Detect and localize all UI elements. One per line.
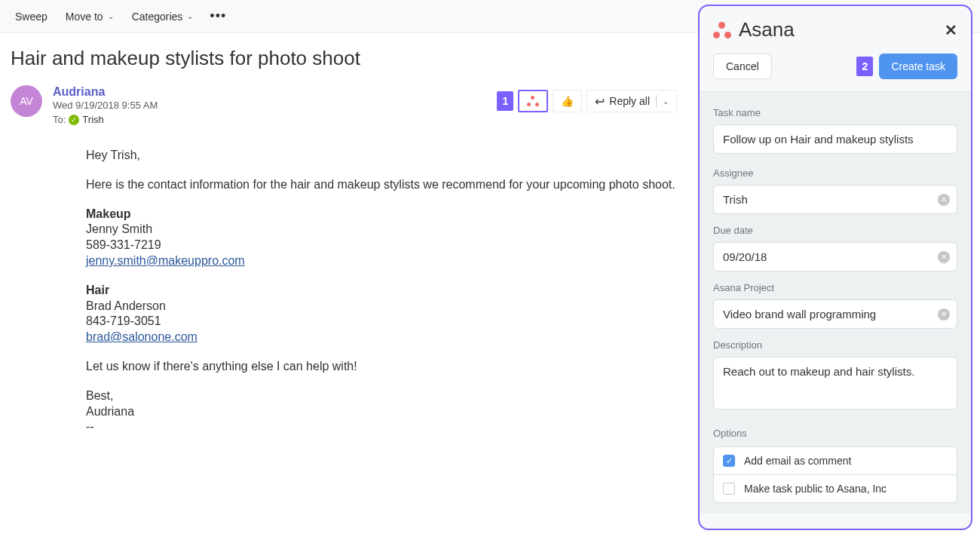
option-add-email-label: Add email as comment [744,455,851,467]
avatar[interactable]: AV [11,85,42,117]
signoff: Best, [86,389,113,402]
more-actions-button[interactable]: ••• [204,5,232,27]
email-body: Hey Trish, Here is the contact informati… [86,148,677,435]
asana-panel: Asana ✕ Cancel 2 Create task Task name A… [698,5,972,530]
asana-logo-icon [713,22,731,38]
makeup-phone: 589-331-7219 [86,238,161,251]
hair-heading: Hair [86,284,109,296]
makeup-heading: Makeup [86,207,131,220]
clear-project-icon[interactable]: ✕ [938,308,950,321]
email-header: AV Audriana Wed 9/19/2018 9:55 AM To: ✓ … [11,85,677,125]
asana-actions-row: Cancel 2 Create task [700,49,971,91]
checkbox-unchecked-icon[interactable] [723,483,735,495]
due-date-label: Due date [713,225,957,236]
clear-assignee-icon[interactable]: ✕ [938,194,950,206]
thumbs-up-icon: 👍 [561,95,574,107]
categories-button[interactable]: Categories ⌄ [124,6,201,27]
chevron-down-icon: ⌄ [108,12,114,20]
option-add-email-row[interactable]: ✓ Add email as comment [713,446,957,474]
asana-title: Asana [739,18,937,41]
moveto-button[interactable]: Move to ⌄ [58,6,121,27]
description-input[interactable] [713,357,957,409]
callout-badge-2: 2 [856,57,873,76]
cancel-button[interactable]: Cancel [713,54,772,79]
hair-phone: 843-719-3051 [86,314,161,327]
recipients-line: To: ✓ Trish [53,114,677,125]
asana-addin-button[interactable] [518,90,548,112]
option-public-label: Make task public to Asana, Inc [744,483,887,495]
email-view: Hair and makeup stylists for photo shoot… [0,33,692,435]
sweep-button[interactable]: Sweep [8,6,55,27]
asana-form: Task name Assignee ✕ Due date ✕ Asana Pr… [700,91,971,514]
body-outro: Let us know if there's anything else I c… [86,359,677,375]
option-public-row[interactable]: Make task public to Asana, Inc [713,474,957,503]
assignee-input[interactable] [713,185,957,214]
makeup-name: Jenny Smith [86,222,152,235]
asana-icon [527,96,539,106]
assignee-label: Assignee [713,167,957,179]
sig-dashes: -- [86,420,94,433]
makeup-email-link[interactable]: jenny.smith@makeuppro.com [86,254,245,267]
due-date-input[interactable] [713,242,957,271]
clear-duedate-icon[interactable]: ✕ [938,251,950,263]
body-greeting: Hey Trish, [86,148,677,164]
email-subject: Hair and makeup stylists for photo shoot [11,47,677,70]
project-input[interactable] [713,299,957,329]
callout-badge-1: 1 [497,91,513,111]
signature: Audriana [86,405,134,418]
chevron-down-icon[interactable]: ⌄ [663,97,669,106]
project-label: Asana Project [713,282,957,293]
checkbox-checked-icon[interactable]: ✓ [723,455,735,467]
presence-available-icon: ✓ [69,115,79,125]
description-label: Description [713,339,957,351]
close-icon[interactable]: ✕ [945,21,957,39]
body-intro: Here is the contact information for the … [86,177,677,193]
like-button[interactable]: 👍 [553,90,582,112]
task-name-label: Task name [713,107,957,118]
email-actions: 1 👍 ↩ Reply all ⌄ [497,90,677,112]
chevron-down-icon: ⌄ [187,12,193,20]
recipient[interactable]: Trish [82,114,103,125]
options-label: Options [713,428,957,439]
reply-all-button[interactable]: ↩ Reply all ⌄ [586,90,677,112]
asana-panel-header: Asana ✕ [700,6,971,49]
hair-email-link[interactable]: brad@salonone.com [86,330,198,343]
hair-name: Brad Anderson [86,299,166,312]
create-task-button[interactable]: Create task [879,54,957,79]
reply-all-icon: ↩ [595,94,605,109]
task-name-input[interactable] [713,124,957,154]
